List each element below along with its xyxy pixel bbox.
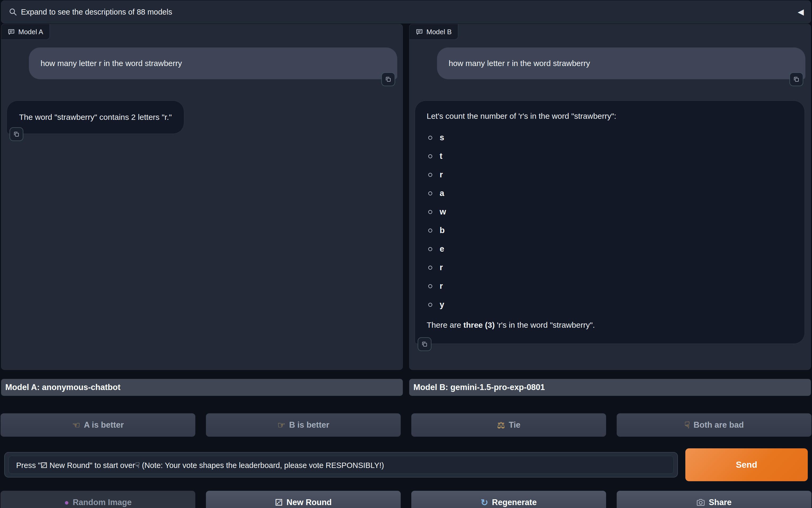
letter: r	[440, 170, 443, 179]
point-right-icon: ☞	[277, 421, 285, 429]
letter: t	[440, 152, 442, 161]
tab-model-b: Model B	[409, 24, 458, 40]
circle-bullet-icon	[428, 136, 432, 140]
vote-label: A is better	[84, 420, 124, 430]
vote-label: B is better	[289, 420, 329, 430]
share-button[interactable]: Share	[617, 491, 811, 508]
circle-bullet-icon	[428, 247, 432, 251]
model-a-name-bar: Model A: anonymous-chatbot	[1, 379, 403, 396]
tab-model-b-label: Model B	[426, 28, 452, 36]
models-accordion-header[interactable]: Expand to see the descriptions of 88 mod…	[1, 1, 811, 23]
model-b-panel: Model B how many letter r in the word st…	[409, 24, 811, 370]
thumbs-down-icon: ☟	[684, 421, 690, 429]
letter: w	[440, 207, 446, 217]
list-item: y	[427, 295, 793, 314]
list-item: r	[427, 258, 793, 277]
list-item: t	[427, 147, 793, 165]
a-is-better-button[interactable]: ☜ A is better	[1, 413, 195, 437]
copy-button[interactable]	[9, 127, 23, 141]
model-name-bars: Model A: anonymous-chatbot Model B: gemi…	[1, 379, 811, 396]
action-label: Regenerate	[492, 498, 537, 507]
bot-message-a: The word "strawberry" contains 2 letters…	[7, 100, 184, 134]
crystal-ball-icon: ●	[64, 499, 69, 506]
accordion-label: Expand to see the descriptions of 88 mod…	[21, 8, 172, 16]
bot-message-b: Let's count the number of 'r's in the wo…	[415, 100, 805, 344]
conclusion-bold: three (3)	[463, 321, 495, 329]
action-label: New Round	[286, 498, 332, 507]
circle-bullet-icon	[428, 210, 432, 214]
circle-bullet-icon	[428, 192, 432, 196]
tie-button[interactable]: ⚖ Tie	[411, 413, 606, 437]
dice-icon: ⚂	[275, 498, 283, 507]
list-item: w	[427, 203, 793, 221]
list-item: e	[427, 240, 793, 258]
letter: y	[440, 300, 444, 309]
copy-button[interactable]	[381, 72, 395, 86]
conclusion-suffix: 'r's in the word "strawberry".	[495, 321, 595, 329]
regenerate-button[interactable]: ↻ Regenerate	[411, 491, 606, 508]
chat-bubble-icon	[8, 28, 15, 36]
tab-model-a-label: Model A	[18, 28, 43, 36]
model-a-panel: Model A how many letter r in the word st…	[1, 24, 403, 370]
model-a-chat: how many letter r in the word strawberry…	[1, 24, 403, 134]
tab-model-a: Model A	[1, 24, 50, 40]
letters-list: s t r a w b e r r y	[427, 128, 793, 314]
magnifier-icon	[9, 8, 17, 16]
letter: r	[440, 263, 443, 272]
model-b-name-bar: Model B: gemini-1.5-pro-exp-0801	[409, 379, 811, 396]
user-message-a-text: how many letter r in the word strawberry	[41, 59, 182, 68]
list-item: r	[427, 165, 793, 184]
letter: a	[440, 188, 444, 198]
circle-bullet-icon	[428, 284, 432, 288]
camera-icon	[696, 498, 705, 507]
refresh-icon: ↻	[481, 498, 488, 507]
letter: b	[440, 226, 445, 235]
action-label: Random Image	[73, 498, 131, 507]
list-item: b	[427, 221, 793, 240]
circle-bullet-icon	[428, 173, 432, 177]
user-message-b: how many letter r in the word strawberry	[437, 47, 805, 79]
copy-button[interactable]	[790, 72, 803, 86]
prompt-input-row: Press "⚂ New Round" to start over☟ (Note…	[4, 448, 808, 481]
copy-icon	[793, 76, 800, 82]
circle-bullet-icon	[428, 266, 432, 270]
random-image-button[interactable]: ● Random Image	[1, 491, 195, 508]
conclusion-prefix: There are	[427, 321, 463, 329]
bot-message-b-conclusion: There are three (3) 'r's in the word "st…	[427, 320, 793, 330]
send-button[interactable]: Send	[685, 448, 808, 481]
prompt-input[interactable]: Press "⚂ New Round" to start over☟ (Note…	[8, 456, 674, 474]
copy-button[interactable]	[418, 337, 432, 351]
handshake-icon: ⚖	[497, 421, 505, 429]
letter: r	[440, 281, 443, 291]
list-item: r	[427, 277, 793, 295]
vote-label: Tie	[509, 420, 521, 430]
user-message-a: how many letter r in the word strawberry	[29, 47, 397, 79]
circle-bullet-icon	[428, 228, 432, 232]
b-is-better-button[interactable]: ☞ B is better	[206, 413, 401, 437]
prompt-textbox-container: Press "⚂ New Round" to start over☟ (Note…	[4, 452, 678, 477]
point-left-icon: ☜	[72, 421, 80, 429]
copy-icon	[13, 131, 19, 137]
list-item: s	[427, 128, 793, 147]
letter: s	[440, 133, 444, 142]
action-label: Share	[709, 498, 731, 507]
bot-message-a-text: The word "strawberry" contains 2 letters…	[19, 112, 172, 123]
bot-message-b-intro: Let's count the number of 'r's in the wo…	[427, 111, 793, 121]
vote-buttons-row: ☜ A is better ☞ B is better ⚖ Tie ☟ Both…	[1, 413, 811, 437]
copy-icon	[421, 341, 428, 347]
letter: e	[440, 244, 444, 254]
both-are-bad-button[interactable]: ☟ Both are bad	[617, 413, 811, 437]
action-buttons-row: ● Random Image ⚂ New Round ↻ Regenerate …	[1, 491, 811, 508]
circle-bullet-icon	[428, 303, 432, 307]
chat-bubble-icon	[416, 28, 423, 36]
list-item: a	[427, 184, 793, 203]
model-b-chat: how many letter r in the word strawberry…	[409, 24, 811, 344]
circle-bullet-icon	[428, 154, 432, 158]
user-message-b-text: how many letter r in the word strawberry	[449, 59, 590, 68]
vote-label: Both are bad	[693, 420, 743, 430]
new-round-button[interactable]: ⚂ New Round	[206, 491, 401, 508]
collapse-accordion-icon[interactable]: ◀	[798, 8, 804, 16]
chat-panels: Model A how many letter r in the word st…	[1, 24, 811, 370]
copy-icon	[385, 76, 392, 82]
